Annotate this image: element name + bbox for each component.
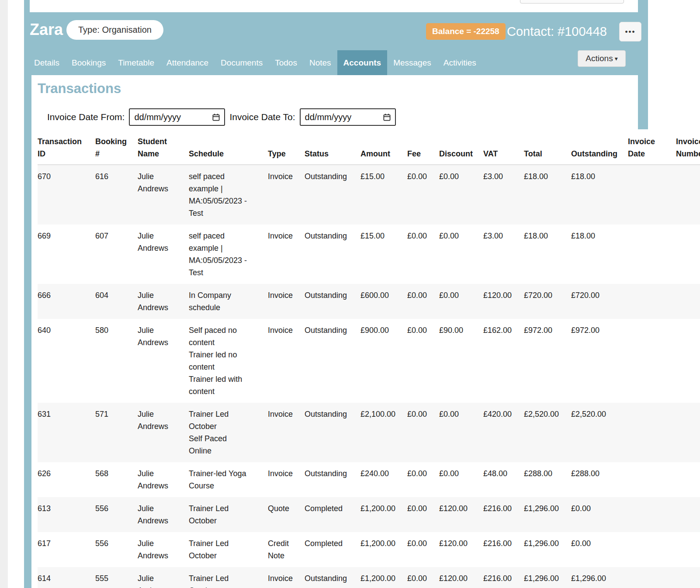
cell-discount: £0.00	[439, 284, 483, 319]
cell-total: £288.00	[524, 462, 571, 497]
cell-student: Julie Andrews	[138, 165, 189, 225]
cell-fee: £0.00	[407, 319, 439, 403]
cell-transaction-id: 640	[38, 319, 95, 403]
cell-amount: £1,200.00	[360, 532, 407, 567]
cell-discount: £120.00	[439, 532, 483, 567]
cell-type: Invoice	[268, 403, 305, 462]
cell-amount: £1,200.00	[360, 567, 407, 588]
tab-todos[interactable]: Todos	[269, 50, 303, 75]
column-header-amount: Amount	[360, 129, 407, 165]
column-header-fee: Fee	[407, 129, 439, 165]
tab-details[interactable]: Details	[28, 50, 66, 75]
cell-invoice-number	[676, 497, 700, 532]
cell-invoice-date	[628, 462, 676, 497]
invoice-date-to-input[interactable]: dd/mm/yyyy	[300, 108, 396, 126]
cell-schedule: Trainer Led OctoberSelf Paced Online	[189, 403, 268, 462]
schedule-item: In Company schedule	[189, 289, 250, 314]
tab-bookings[interactable]: Bookings	[66, 50, 112, 75]
cell-transaction-id: 666	[38, 284, 95, 319]
cell-booking: 556	[95, 497, 138, 532]
cell-schedule: In Company schedule	[189, 284, 268, 319]
cell-outstanding: £1,296.00	[571, 567, 628, 588]
accounts-panel: Transactions Invoice Date From: dd/mm/yy…	[31, 75, 638, 588]
cell-vat: £216.00	[483, 497, 524, 532]
contact-header-shell: Zara Type: Organisation Balance = -22258…	[24, 0, 648, 588]
cell-outstanding: £0.00	[571, 497, 628, 532]
date-placeholder: dd/mm/yyyy	[134, 112, 181, 122]
cell-outstanding: £720.00	[571, 284, 628, 319]
cell-invoice-date	[628, 319, 676, 403]
cell-amount: £240.00	[360, 462, 407, 497]
cell-amount: £600.00	[360, 284, 407, 319]
cell-student: Julie Andrews	[138, 497, 189, 532]
cell-schedule: Trainer Led October	[189, 567, 268, 588]
cell-type: Invoice	[268, 225, 305, 284]
cell-amount: £15.00	[360, 225, 407, 284]
tab-notes[interactable]: Notes	[303, 50, 337, 75]
column-header-type: Type	[268, 129, 305, 165]
tab-attendance[interactable]: Attendance	[160, 50, 215, 75]
actions-button[interactable]: Actions ▾	[578, 50, 626, 67]
cell-student: Julie Andrews	[138, 567, 189, 588]
cell-discount: £90.00	[439, 319, 483, 403]
more-options-button[interactable]: •••	[619, 22, 641, 42]
column-header-schedule: Schedule	[189, 129, 268, 165]
tab-documents[interactable]: Documents	[215, 50, 269, 75]
tab-activities[interactable]: Activities	[437, 50, 482, 75]
cell-invoice-number	[676, 462, 700, 497]
cell-total: £18.00	[524, 165, 571, 225]
cell-type: Invoice	[268, 284, 305, 319]
transaction-row: 617556Julie AndrewsTrainer Led OctoberCr…	[38, 532, 700, 567]
cell-vat: £420.00	[483, 403, 524, 462]
invoice-date-to-label: Invoice Date To:	[229, 112, 295, 122]
transaction-row: 670616Julie Andrewsself paced example | …	[38, 165, 700, 225]
cell-booking: 580	[95, 319, 138, 403]
actions-button-label: Actions	[586, 54, 613, 63]
chevron-down-icon: ▾	[615, 55, 618, 62]
tab-messages[interactable]: Messages	[387, 50, 437, 75]
transaction-row: 613556Julie AndrewsTrainer Led OctoberQu…	[38, 497, 700, 532]
cell-outstanding: £972.00	[571, 319, 628, 403]
column-header-student: Student Name	[138, 129, 189, 165]
cell-fee: £0.00	[407, 532, 439, 567]
cell-vat: £3.00	[483, 165, 524, 225]
calendar-icon[interactable]	[383, 113, 391, 121]
tab-accounts[interactable]: Accounts	[337, 50, 388, 75]
cell-invoice-date	[628, 225, 676, 284]
cell-transaction-id: 626	[38, 462, 95, 497]
cell-schedule: Trainer-led Yoga Course	[189, 462, 268, 497]
column-header-total: Total	[524, 129, 571, 165]
cell-booking: 604	[95, 284, 138, 319]
column-header-vat: VAT	[483, 129, 524, 165]
cell-vat: £3.00	[483, 225, 524, 284]
invoice-date-from-input[interactable]: dd/mm/yyyy	[129, 108, 225, 126]
cell-student: Julie Andrews	[138, 462, 189, 497]
cell-invoice-number	[676, 567, 700, 588]
schedule-item: Trainer Led October	[189, 408, 250, 432]
tab-timetable[interactable]: Timetable	[112, 50, 160, 75]
cell-discount: £120.00	[439, 497, 483, 532]
calendar-icon[interactable]	[212, 113, 220, 121]
invoice-date-filter-row: Invoice Date From: dd/mm/yyyy Invoice Da…	[47, 108, 638, 126]
cell-fee: £0.00	[407, 284, 439, 319]
cell-transaction-id: 670	[38, 165, 95, 225]
cell-status: Completed	[305, 497, 360, 532]
cell-vat: £216.00	[483, 532, 524, 567]
transaction-row: 631571Julie AndrewsTrainer Led OctoberSe…	[38, 403, 700, 462]
contact-number: Contact: #100448	[507, 22, 607, 41]
schedule-item: Trainer Led October	[189, 572, 250, 588]
cell-status: Outstanding	[305, 225, 360, 284]
cell-transaction-id: 669	[38, 225, 95, 284]
cell-schedule: Self paced no contentTrainer led no cont…	[189, 319, 268, 403]
schedule-item: self paced example | MA:05/05/2023 - Tes…	[189, 170, 250, 219]
cell-type: Invoice	[268, 567, 305, 588]
cell-invoice-date	[628, 403, 676, 462]
cell-type: Invoice	[268, 462, 305, 497]
invoice-date-from-label: Invoice Date From:	[47, 112, 125, 122]
cell-type: Quote	[268, 497, 305, 532]
schedule-item: Trainer led no content	[189, 349, 250, 373]
cell-invoice-number	[676, 165, 700, 225]
cell-status: Outstanding	[305, 462, 360, 497]
truncated-top-button[interactable]	[520, 0, 624, 3]
cell-discount: £0.00	[439, 403, 483, 462]
